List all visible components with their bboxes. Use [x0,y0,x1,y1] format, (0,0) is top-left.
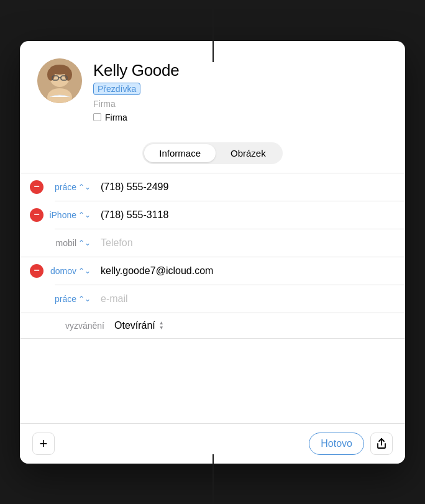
phone-label-stepper-1: iPhone ⌃⌄ [48,210,91,220]
minus-icon: − [34,181,39,191]
phone-value-2[interactable]: Telefon [101,237,393,249]
share-icon [375,438,388,450]
email-label-1[interactable]: práce [55,294,76,304]
ringtone-row: vyzvánění Otevírání ▲▼ [20,313,405,338]
remove-phone-1-button[interactable]: − [30,208,43,222]
email-label-0[interactable]: domov [50,266,76,276]
name-section: Kelly Goode Přezdívka Firma Firma [93,58,179,122]
company-placeholder[interactable]: Firma [93,99,179,109]
email-section: − domov ⌃⌄ kelly.goode7@icloud.com práce [20,257,405,313]
stepper-icon-2[interactable]: ⌃⌄ [78,239,91,247]
remove-btn-hidden-2 [30,236,43,250]
phone-label-stepper-0: práce ⌃⌄ [48,182,91,192]
tab-obrazek[interactable]: Obrázek [216,144,281,162]
phone-value-1[interactable]: (718) 555-3118 [101,209,393,221]
ringtone-label: vyzvánění [48,321,104,331]
minus-icon-1: − [34,209,39,219]
nickname-field[interactable]: Přezdívka [93,83,140,95]
email-label-col-0: domov ⌃⌄ [48,266,91,276]
email-row-1: práce ⌃⌄ e-mail [20,285,405,313]
tab-informace[interactable]: Informace [144,144,216,162]
tab-switcher: Informace Obrázek [20,137,405,164]
stepper-icon-1[interactable]: ⌃⌄ [78,211,91,219]
phone-value-0[interactable]: (718) 555-2499 [101,181,393,193]
phone-row-0: − práce ⌃⌄ (718) 555-2499 [20,173,405,201]
email-stepper-icon-0[interactable]: ⌃⌄ [78,267,91,275]
phone-label-col-2: mobil ⌃⌄ [48,238,91,248]
ringtone-stepper[interactable]: ▲▼ [159,321,164,331]
email-label-stepper-0: domov ⌃⌄ [48,266,91,276]
phone-label-2[interactable]: mobil [56,238,76,248]
company-checkbox[interactable] [93,113,101,121]
email-value-0[interactable]: kelly.goode7@icloud.com [101,265,393,277]
minus-icon-email-0: − [34,265,39,275]
phone-label-col-1: iPhone ⌃⌄ [48,210,91,220]
bottom-right-actions: Hotovo [309,433,393,455]
company-checkbox-label: Firma [105,112,127,122]
remove-email-0-button[interactable]: − [30,264,43,278]
remove-btn-hidden-email-1 [30,292,43,306]
avatar[interactable] [37,58,82,103]
ringtone-value: Otevírání [114,320,155,331]
phone-label-1[interactable]: iPhone [49,210,76,220]
contact-card: Kelly Goode Přezdívka Firma Firma Inform… [20,41,405,464]
email-label-col-1: práce ⌃⌄ [48,294,91,304]
ringtone-value-container[interactable]: Otevírání ▲▼ [114,320,164,331]
email-stepper-icon-1[interactable]: ⌃⌄ [78,295,91,303]
spacer [20,339,405,423]
add-button[interactable]: + [32,433,55,455]
share-button[interactable] [370,433,393,455]
phone-label-col-0: práce ⌃⌄ [48,182,91,192]
phone-label-0[interactable]: práce [55,182,76,192]
phone-label-stepper-2: mobil ⌃⌄ [48,238,91,248]
phone-row-2: mobil ⌃⌄ Telefon [20,229,405,257]
stepper-icon-0[interactable]: ⌃⌄ [78,183,91,191]
contact-name: Kelly Goode [93,61,179,80]
phone-section: − práce ⌃⌄ (718) 555-2499 − i [20,173,405,257]
hotovo-button[interactable]: Hotovo [309,433,364,455]
email-row-0: − domov ⌃⌄ kelly.goode7@icloud.com [20,257,405,285]
remove-phone-0-button[interactable]: − [30,180,43,194]
phone-row-1: − iPhone ⌃⌄ (718) 555-3118 [20,201,405,229]
company-row: Firma [93,112,179,122]
svg-point-4 [47,68,55,81]
email-label-stepper-1: práce ⌃⌄ [48,294,91,304]
email-value-1[interactable]: e-mail [101,293,393,305]
svg-point-5 [65,68,72,81]
tab-container: Informace Obrázek [142,142,282,164]
